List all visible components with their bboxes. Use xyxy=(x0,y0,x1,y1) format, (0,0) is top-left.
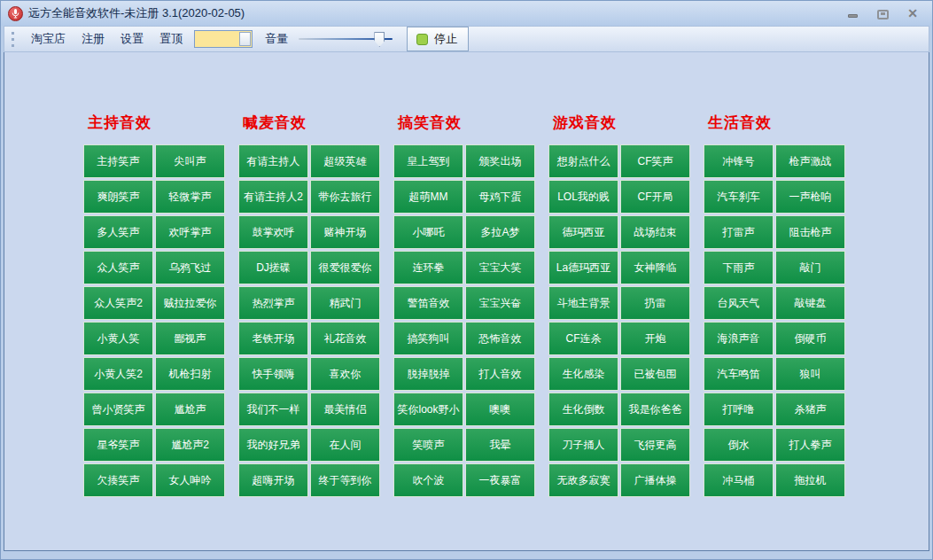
sound-button[interactable]: 我是你爸爸 xyxy=(620,393,690,426)
sound-button[interactable]: 倒水 xyxy=(704,428,774,462)
sound-button[interactable]: 乌鸦飞过 xyxy=(155,251,225,284)
sound-button[interactable]: 喜欢你 xyxy=(310,357,380,391)
sound-button[interactable]: 贼拉拉爱你 xyxy=(155,286,225,320)
sound-button[interactable]: 广播体操 xyxy=(620,463,690,497)
sound-button[interactable]: 尴尬声 xyxy=(155,393,225,426)
sound-button[interactable]: 飞得更高 xyxy=(620,428,690,462)
sound-button[interactable]: 狼叫 xyxy=(775,357,845,391)
sound-button[interactable]: 想射点什么 xyxy=(548,144,618,178)
sound-button[interactable]: 小黄人笑 xyxy=(83,322,153,355)
sound-button[interactable]: 快手领嗨 xyxy=(238,357,308,391)
sound-button[interactable]: 警笛音效 xyxy=(393,286,463,320)
sound-button[interactable]: 脱掉脱掉 xyxy=(393,357,463,391)
sound-button[interactable]: 很爱很爱你 xyxy=(310,251,380,284)
sound-button[interactable]: 连环拳 xyxy=(393,251,463,284)
sound-button[interactable]: 女人呻吟 xyxy=(155,463,225,497)
sound-button[interactable]: 超级英雄 xyxy=(310,144,380,178)
sound-button[interactable]: 战场结束 xyxy=(620,215,690,249)
sound-button[interactable]: 打人音效 xyxy=(465,357,535,391)
sound-button[interactable]: 鼓掌欢呼 xyxy=(238,215,308,249)
sound-button[interactable]: 已被包围 xyxy=(620,357,690,391)
sound-button[interactable]: 杀猪声 xyxy=(775,393,845,426)
sound-button[interactable]: 尴尬声2 xyxy=(155,428,225,462)
pin-opacity-slider[interactable] xyxy=(194,30,253,48)
sound-button[interactable]: 倒硬币 xyxy=(775,322,845,355)
sound-button[interactable]: 欢呼掌声 xyxy=(155,215,225,249)
sound-button[interactable]: 母鸡下蛋 xyxy=(465,180,535,214)
sound-button[interactable]: 扔雷 xyxy=(620,286,690,320)
volume-slider-thumb[interactable] xyxy=(374,32,385,47)
sound-button[interactable]: 有请主持人2 xyxy=(238,180,308,214)
sound-button[interactable]: 在人间 xyxy=(310,428,380,462)
sound-button[interactable]: CF笑声 xyxy=(620,144,690,178)
sound-button[interactable]: 生化倒数 xyxy=(548,393,618,426)
sound-button[interactable]: 最美情侣 xyxy=(310,393,380,426)
sound-button[interactable]: 恐怖音效 xyxy=(465,322,535,355)
sound-button[interactable]: 我晕 xyxy=(465,428,535,462)
sound-button[interactable]: 超萌MM xyxy=(393,180,463,214)
sound-button[interactable]: 小哪吒 xyxy=(393,215,463,249)
sound-button[interactable]: 欠揍笑声 xyxy=(83,463,153,497)
sound-button[interactable]: 笑喷声 xyxy=(393,428,463,462)
sound-button[interactable]: 机枪扫射 xyxy=(155,357,225,391)
sound-button[interactable]: 枪声激战 xyxy=(775,144,845,178)
sound-button[interactable]: 一声枪响 xyxy=(775,180,845,214)
sound-button[interactable]: 斗地主背景 xyxy=(548,286,618,320)
sound-button[interactable]: 打呼噜 xyxy=(704,393,774,426)
toolbar-grip-icon[interactable] xyxy=(12,32,14,47)
sound-button[interactable]: 宝宝兴奋 xyxy=(465,286,535,320)
sound-button[interactable]: 星爷笑声 xyxy=(83,428,153,462)
sound-button[interactable]: 吹个波 xyxy=(393,463,463,497)
sound-button[interactable]: 我们不一样 xyxy=(238,393,308,426)
sound-button[interactable]: 尖叫声 xyxy=(155,144,225,178)
sound-button[interactable]: 冲锋号 xyxy=(704,144,774,178)
volume-slider[interactable] xyxy=(299,29,393,49)
toolbar-item-pin-top[interactable]: 置顶 xyxy=(152,27,190,51)
sound-button[interactable]: 拖拉机 xyxy=(775,463,845,497)
sound-button[interactable]: 开炮 xyxy=(620,322,690,355)
sound-button[interactable]: 冲马桶 xyxy=(704,463,774,497)
sound-button[interactable]: 热烈掌声 xyxy=(238,286,308,320)
sound-button[interactable]: 敲键盘 xyxy=(775,286,845,320)
sound-button[interactable]: 宝宝大笑 xyxy=(465,251,535,284)
sound-button[interactable]: 精武门 xyxy=(310,286,380,320)
sound-button[interactable]: 敲门 xyxy=(775,251,845,284)
toolbar-item-taobao-store[interactable]: 淘宝店 xyxy=(23,27,74,51)
sound-button[interactable]: 无敌多寂寞 xyxy=(548,463,618,497)
sound-button[interactable]: 终于等到你 xyxy=(310,463,380,497)
sound-button[interactable]: 一夜暴富 xyxy=(465,463,535,497)
sound-button[interactable]: 刀子捅人 xyxy=(548,428,618,462)
sound-button[interactable]: 德玛西亚 xyxy=(548,215,618,249)
sound-button[interactable]: 赌神开场 xyxy=(310,215,380,249)
sound-button[interactable]: 多拉A梦 xyxy=(465,215,535,249)
sound-button[interactable]: 打人拳声 xyxy=(775,428,845,462)
sound-button[interactable]: 汽车鸣笛 xyxy=(704,357,774,391)
close-button[interactable]: ✕ xyxy=(906,7,920,19)
sound-button[interactable]: 小黄人笑2 xyxy=(83,357,153,391)
sound-button[interactable]: 皇上驾到 xyxy=(393,144,463,178)
stop-button[interactable]: 停止 xyxy=(407,27,469,51)
sound-button[interactable]: 噢噢 xyxy=(465,393,535,426)
pin-opacity-slider-thumb[interactable] xyxy=(239,32,251,46)
sound-button[interactable]: 阻击枪声 xyxy=(775,215,845,249)
sound-button[interactable]: DJ搓碟 xyxy=(238,251,308,284)
sound-button[interactable]: 众人笑声2 xyxy=(83,286,153,320)
sound-button[interactable]: 打雷声 xyxy=(704,215,774,249)
maximize-button[interactable] xyxy=(875,7,890,19)
sound-button[interactable]: 曾小贤笑声 xyxy=(83,393,153,426)
sound-button[interactable]: 带你去旅行 xyxy=(310,180,380,214)
sound-button[interactable]: 搞笑狗叫 xyxy=(393,322,463,355)
sound-button[interactable]: CF连杀 xyxy=(548,322,618,355)
sound-button[interactable]: 颁奖出场 xyxy=(465,144,535,178)
sound-button[interactable]: 我的好兄弟 xyxy=(238,428,308,462)
toolbar-item-register[interactable]: 注册 xyxy=(74,27,113,51)
sound-button[interactable]: LOL我的贱 xyxy=(548,180,618,214)
minimize-button[interactable] xyxy=(845,7,859,19)
sound-button[interactable]: 多人笑声 xyxy=(83,215,153,249)
toolbar-item-settings[interactable]: 设置 xyxy=(113,27,152,51)
sound-button[interactable]: 轻微掌声 xyxy=(155,180,225,214)
sound-button[interactable]: 老铁开场 xyxy=(238,322,308,355)
sound-button[interactable]: 鄙视声 xyxy=(155,322,225,355)
sound-button[interactable]: 有请主持人 xyxy=(238,144,308,178)
sound-button[interactable]: CF开局 xyxy=(620,180,690,214)
